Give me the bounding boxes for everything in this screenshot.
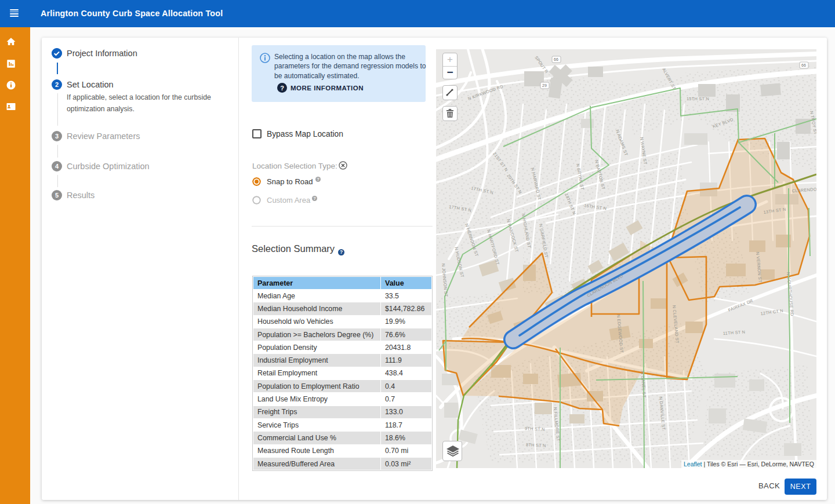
svg-text:8TH ST N: 8TH ST N [526, 442, 546, 448]
svg-text:?: ? [280, 85, 284, 92]
svg-text:15TH ST N: 15TH ST N [687, 96, 709, 101]
svg-text:9TH ST N: 9TH ST N [525, 426, 545, 432]
svg-text:66: 66 [554, 57, 558, 61]
svg-text:66: 66 [801, 63, 806, 67]
svg-text:29: 29 [542, 83, 547, 87]
